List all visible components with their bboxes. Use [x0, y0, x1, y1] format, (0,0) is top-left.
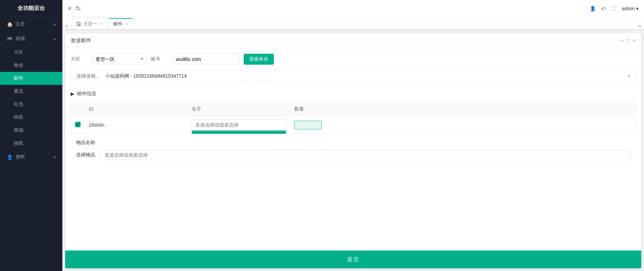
sidebar-label-home: 主页	[15, 21, 25, 27]
refresh-icon[interactable]: ↻	[76, 5, 81, 12]
tab-mail[interactable]: 邮件 ×	[108, 18, 133, 29]
row-checkbox-cell	[71, 116, 85, 134]
sidebar-item-mail[interactable]: 邮件	[0, 72, 62, 85]
sidebar-item-data[interactable]: 👤 资料 ▾	[0, 150, 62, 164]
home-icon: 🏠	[7, 22, 13, 27]
select-item-input[interactable]	[101, 150, 630, 160]
dropdown-item-placeholder[interactable]: 直接选择或搜索选择	[192, 131, 286, 134]
account-label: 账号	[151, 56, 168, 62]
sidebar-label-data: 资料	[15, 154, 25, 160]
sidebar-item-privilege[interactable]: 特权	[0, 111, 62, 124]
tab-home-close[interactable]: ×	[100, 22, 102, 26]
account-input[interactable]	[172, 54, 240, 64]
sidebar-submenu-game: 大区 角色 邮件 累充 礼包 特权 商城 抽奖	[0, 46, 62, 150]
chevron-down-icon-data: ▾	[54, 155, 56, 159]
tab-home-label: 主页一	[84, 21, 97, 27]
select-item-label: 选择物品	[76, 152, 97, 158]
sidebar-menu: 🏠 主页 ▾ 🎮 游戏 ▴ 大区 角色 邮件 累充	[0, 17, 62, 271]
table-body: 200000... 直接选择或搜索选择	[71, 116, 635, 134]
sidebar-item-home[interactable]: 🏠 主页 ▾	[0, 17, 62, 31]
game-select-row[interactable]: 选择游戏... 小仙源码网 - 18352168484815347714 ▾	[71, 70, 636, 82]
sidebar-group-game: 🎮 游戏 ▴ 大区 角色 邮件 累充 礼包 特权 商城 抽奖	[0, 31, 62, 150]
col-checkbox	[71, 103, 85, 116]
quantity-input[interactable]	[294, 121, 322, 129]
sidebar-item-recharge[interactable]: 累充	[0, 85, 62, 98]
bottom-form: 物品名称 选择物品	[71, 140, 636, 170]
name-search-input[interactable]	[192, 119, 286, 130]
zone-account-form-row: 大区 星空一区 账号 搜索角色	[71, 54, 636, 65]
col-quantity: 数量	[290, 103, 635, 116]
minimize-icon[interactable]: ─	[620, 38, 624, 44]
content-area: 发送邮件 ─ □ × 大区 星空一区 账号	[62, 30, 644, 271]
items-table-wrapper: ID 名字 数量	[71, 102, 636, 134]
sidebar: 全功能后台 🏠 主页 ▾ 🎮 游戏 ▴	[0, 0, 62, 271]
submit-label: 提交	[347, 256, 360, 263]
tabs-bar: « 🏠 主页一 × 邮件 × »	[62, 17, 644, 29]
game-icon: 🎮	[7, 36, 13, 41]
fullscreen-icon[interactable]: ⛶	[611, 6, 616, 11]
search-role-button[interactable]: 搜索角色	[244, 54, 274, 65]
admin-chevron-icon: ▾	[636, 6, 639, 11]
row-id-cell: 200000...	[85, 116, 187, 134]
row-id-value: 200000...	[89, 122, 107, 128]
user-avatar-icon[interactable]: 👤	[590, 6, 596, 11]
tab-mail-label: 邮件	[113, 21, 122, 27]
name-dropdown-container: 直接选择或搜索选择 星空阿拉德勇士 - 130200266 星空 vip 1级 …	[192, 119, 286, 130]
name-dropdown-list: 直接选择或搜索选择 星空阿拉德勇士 - 130200266 星空 vip 1级 …	[192, 130, 286, 134]
row-quantity-cell	[290, 116, 635, 134]
panel-title: 发送邮件	[71, 37, 620, 44]
sidebar-item-shop[interactable]: 商城	[0, 124, 62, 137]
tab-mail-close[interactable]: ×	[126, 22, 128, 26]
home-tab-icon: 🏠	[76, 21, 82, 26]
game-select-value: 小仙源码网 - 18352168484815347714	[105, 73, 628, 79]
sidebar-item-lottery[interactable]: 抽奖	[0, 137, 62, 150]
panel-footer[interactable]: 提交	[65, 250, 641, 268]
sidebar-item-zone[interactable]: 大区	[0, 46, 62, 59]
col-id: ID	[85, 103, 187, 116]
row-name-cell: 直接选择或搜索选择 星空阿拉德勇士 - 130200266 星空 vip 1级 …	[187, 116, 290, 134]
panel-actions: ─ □ ×	[620, 38, 636, 44]
tabs-forward-icon[interactable]: »	[638, 23, 641, 29]
item-name-row: 物品名称	[76, 140, 630, 146]
panel-body: 大区 星空一区 账号 搜索角色 选择游戏... 小仙源码网 - 18352168…	[65, 48, 641, 250]
admin-label[interactable]: admin ▾	[622, 6, 639, 11]
chevron-up-icon: ▴	[54, 37, 56, 41]
sidebar-item-gift[interactable]: 礼包	[0, 98, 62, 111]
chevron-down-icon: ▾	[54, 23, 56, 26]
row-checkbox[interactable]	[75, 122, 81, 127]
tag-icon[interactable]: 🏷	[601, 6, 606, 11]
table-row: 200000... 直接选择或搜索选择	[71, 116, 635, 134]
tabs-back-icon[interactable]: «	[65, 23, 68, 29]
mail-info-label: 邮件信息	[77, 91, 96, 97]
close-panel-icon[interactable]: ×	[633, 38, 636, 44]
top-bar-left: ≡ ↻	[68, 5, 81, 12]
zone-label: 大区	[71, 56, 88, 62]
section-chevron-icon: ▶	[71, 91, 74, 96]
id-dropdown-container: 200000...	[89, 122, 183, 128]
top-bar-right: 👤 🏷 ⛶ admin ▾	[590, 6, 639, 11]
sidebar-logo: 全功能后台	[0, 0, 62, 17]
top-bar: ≡ ↻ 👤 🏷 ⛶ admin ▾	[62, 0, 644, 17]
data-icon: 👤	[7, 154, 13, 160]
select-item-row: 选择物品	[76, 150, 630, 160]
item-name-label: 物品名称	[76, 140, 97, 146]
collapse-icon[interactable]: ≡	[68, 5, 72, 12]
sidebar-item-role[interactable]: 角色	[0, 59, 62, 72]
tab-home[interactable]: 🏠 主页一 ×	[71, 18, 108, 29]
mail-info-section[interactable]: ▶ 邮件信息	[71, 88, 636, 100]
sidebar-label-game: 游戏	[15, 36, 25, 42]
zone-select[interactable]: 星空一区	[92, 54, 147, 64]
items-table: ID 名字 数量	[71, 103, 635, 134]
maximize-icon[interactable]: □	[627, 38, 630, 44]
table-header: ID 名字 数量	[71, 103, 635, 116]
game-select-label: 选择游戏...	[76, 73, 100, 79]
sidebar-item-game[interactable]: 🎮 游戏 ▴	[0, 31, 62, 46]
panel-header: 发送邮件 ─ □ ×	[65, 33, 641, 48]
main-panel: 发送邮件 ─ □ × 大区 星空一区 账号	[65, 33, 641, 268]
main-area: ≡ ↻ 👤 🏷 ⛶ admin ▾ « 🏠 主页一 × 邮件	[62, 0, 644, 271]
game-select-arrow-icon: ▾	[628, 74, 630, 79]
col-name: 名字	[187, 103, 290, 116]
